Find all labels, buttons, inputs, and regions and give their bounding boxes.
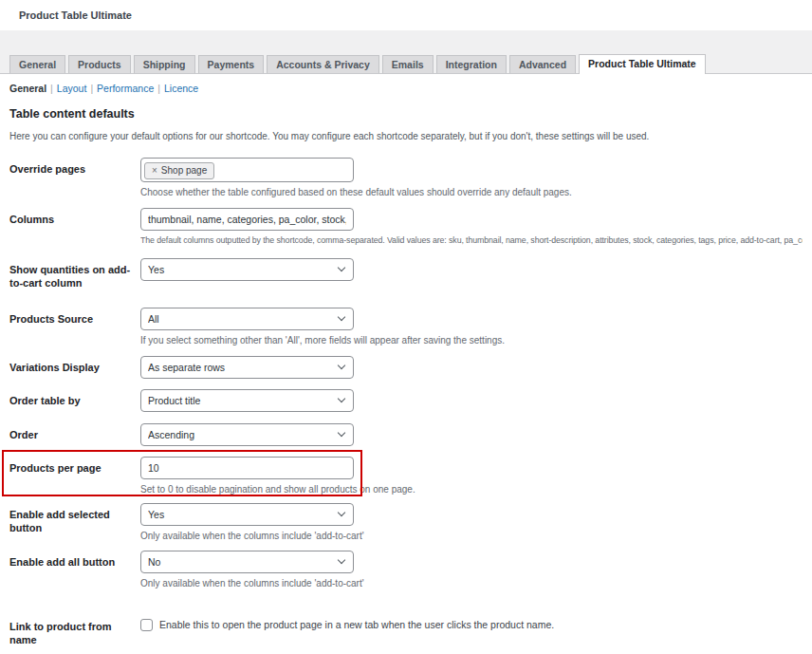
enable-add-selected-select[interactable]: Yes	[140, 503, 354, 526]
field-label: Override pages	[9, 158, 140, 197]
tab-advanced[interactable]: Advanced	[509, 55, 576, 74]
subnav-item-licence[interactable]: Licence	[164, 83, 198, 94]
products-per-page-input[interactable]	[140, 457, 354, 479]
section-intro: Here you can configure your default opti…	[9, 131, 803, 141]
section-heading: Table content defaults	[9, 107, 803, 121]
settings-tab-bar: General Products Shipping Payments Accou…	[0, 51, 812, 74]
field-row-products-source: Products Source All If you select someth…	[9, 308, 803, 346]
field-row-link-to-product: Link to product from name Enable this to…	[9, 615, 803, 647]
field-label: Enable add all button	[9, 551, 140, 589]
subnav-item-general[interactable]: General	[9, 83, 46, 94]
admin-background-band	[0, 30, 812, 51]
tab-products[interactable]: Products	[68, 55, 131, 74]
subnav-separator: |	[157, 83, 160, 94]
field-row-order-table-by: Order table by Product title	[9, 389, 803, 412]
remove-tag-icon[interactable]: ×	[152, 165, 157, 177]
page-title: Product Table Ultimate	[19, 9, 132, 21]
field-row-order: Order Ascending	[9, 423, 803, 446]
checkbox-label: Enable this to open the product page in …	[159, 619, 554, 630]
tab-integration[interactable]: Integration	[436, 55, 507, 74]
tab-accounts-privacy[interactable]: Accounts & Privacy	[267, 55, 379, 74]
field-description: Choose whether the table configured base…	[140, 187, 803, 197]
field-row-columns: Columns The default columns outputted by…	[9, 208, 803, 245]
field-label: Products Source	[9, 308, 140, 346]
subnav-item-layout[interactable]: Layout	[57, 83, 87, 94]
link-to-product-checkbox[interactable]	[140, 619, 153, 631]
show-quantities-select[interactable]: Yes	[140, 258, 354, 281]
variations-display-select[interactable]: As separate rows	[140, 356, 354, 379]
subnav-item-performance[interactable]: Performance	[97, 83, 154, 94]
columns-input[interactable]	[140, 208, 354, 231]
subnav-separator: |	[90, 83, 93, 94]
field-description: Only available when the columns include …	[140, 531, 803, 541]
tab-payments[interactable]: Payments	[198, 55, 265, 74]
field-row-variations-display: Variations Display As separate rows	[9, 356, 803, 379]
selected-page-tag: × Shop page	[144, 162, 214, 179]
tab-shipping[interactable]: Shipping	[134, 55, 195, 74]
field-label: Columns	[9, 208, 140, 245]
tab-product-table-ultimate[interactable]: Product Table Ultimate	[579, 54, 706, 75]
field-label: Link to product from name	[9, 615, 140, 647]
field-label: Products per page	[9, 457, 140, 495]
field-row-show-quantities: Show quantities on add-to-cart column Ye…	[9, 258, 803, 290]
page-header: Product Table Ultimate	[0, 0, 812, 30]
field-description: Set to 0 to disable pagination and show …	[140, 484, 803, 495]
tab-emails[interactable]: Emails	[382, 55, 434, 74]
order-select[interactable]: Ascending	[140, 423, 354, 446]
field-label: Order	[9, 423, 140, 446]
field-description: The default columns outputted by the sho…	[140, 235, 803, 245]
field-label: Order table by	[9, 389, 140, 412]
subnav-separator: |	[50, 83, 53, 94]
field-description: If you select something other than 'All'…	[140, 335, 803, 346]
order-table-by-select[interactable]: Product title	[140, 389, 354, 412]
field-row-enable-add-all: Enable add all button No Only available …	[9, 551, 803, 589]
products-source-select[interactable]: All	[140, 308, 354, 330]
subnav: General|Layout|Performance|Licence	[0, 74, 812, 94]
field-row-products-per-page: Products per page Set to 0 to disable pa…	[9, 457, 803, 495]
override-pages-multiselect[interactable]: × Shop page	[140, 158, 354, 182]
settings-form: Override pages × Shop page Choose whethe…	[9, 158, 803, 654]
field-label: Enable add selected button	[9, 503, 140, 541]
field-row-override-pages: Override pages × Shop page Choose whethe…	[9, 158, 803, 197]
tab-general[interactable]: General	[9, 55, 65, 74]
field-label: Variations Display	[9, 356, 140, 379]
field-row-enable-add-selected: Enable add selected button Yes Only avai…	[9, 503, 803, 541]
enable-add-all-select[interactable]: No	[140, 551, 354, 573]
field-description: Only available when the columns include …	[140, 578, 803, 589]
field-label: Show quantities on add-to-cart column	[9, 258, 140, 290]
tag-label: Shop page	[161, 165, 207, 177]
